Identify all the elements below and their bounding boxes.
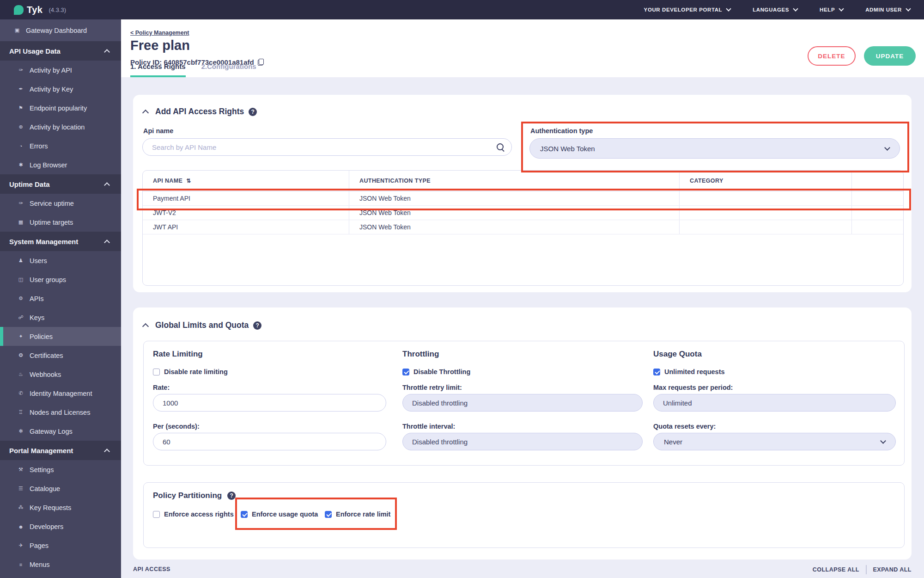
- sidebar-item-identity-management[interactable]: ✆ Identity Management: [0, 384, 121, 403]
- chevron-down-icon: [906, 6, 911, 11]
- sidebar-item-key-requests[interactable]: ⁂ Key Requests: [0, 498, 121, 517]
- table-row-jwt-api[interactable]: JWT API JSON Web Token: [143, 220, 903, 234]
- search-icon[interactable]: [496, 143, 505, 151]
- menu-developer-portal[interactable]: YOUR DEVELOPER PORTAL: [644, 7, 731, 12]
- breadcrumb[interactable]: < Policy Management: [130, 30, 189, 36]
- developers-icon: ☻: [18, 524, 24, 529]
- sidebar-item-log-browser[interactable]: ✱ Log Browser: [0, 155, 121, 174]
- chevron-down-icon: [726, 6, 731, 11]
- per-seconds-input[interactable]: [153, 433, 386, 450]
- throttling-title: Throttling: [402, 350, 439, 359]
- checkbox-checked-icon[interactable]: [402, 369, 409, 375]
- add-api-access-rights-card: Add API Access Rights ? Api name Authent…: [133, 95, 912, 292]
- copy-icon[interactable]: [258, 59, 264, 66]
- help-icon[interactable]: ?: [227, 492, 236, 500]
- usage-quota-title: Usage Quota: [653, 350, 702, 359]
- api-table: API NAME ⇅ AUTHENTICATION TYPE CATEGORY …: [142, 170, 904, 286]
- sidebar-item-service-uptime[interactable]: ✑ Service uptime: [0, 194, 121, 213]
- chevron-down-icon: [880, 438, 886, 444]
- column-api-name[interactable]: API NAME ⇅: [143, 171, 349, 191]
- tab-access-rights[interactable]: 1. Access Rights: [130, 62, 186, 77]
- uptime-icon: ✑: [18, 200, 24, 206]
- page-title: Free plan: [130, 38, 190, 53]
- usage-quota-column: Usage Quota Unlimited requests Max reque…: [653, 341, 896, 465]
- pages-icon: ✈: [18, 542, 24, 548]
- flag-icon: ⚑: [18, 105, 24, 111]
- help-icon[interactable]: ?: [249, 108, 257, 116]
- sidebar-item-policies[interactable]: ✦ Policies: [0, 327, 121, 346]
- enforce-rate-limit-checkbox[interactable]: Enforce rate limit: [325, 510, 390, 518]
- sidebar-item-nodes-and-licenses[interactable]: ♖ Nodes and Licenses: [0, 403, 121, 422]
- unlimited-requests-checkbox[interactable]: Unlimited requests: [653, 368, 725, 375]
- identity-icon: ✆: [18, 390, 24, 396]
- user-group-icon: ◫: [18, 277, 24, 283]
- column-auth-type: AUTHENTICATION TYPE: [349, 171, 680, 191]
- policy-partitioning-box: Policy Partitioning ? Enforce access rig…: [143, 482, 905, 548]
- sidebar-item-errors[interactable]: ◔ Errors: [0, 136, 121, 155]
- sidebar-item-activity-by-location[interactable]: ⊕ Activity by location: [0, 117, 121, 136]
- menu-languages[interactable]: LANGUAGES: [753, 7, 797, 12]
- column-category: CATEGORY: [680, 171, 852, 191]
- targets-icon: ▦: [18, 219, 24, 225]
- tyk-leaf-icon: [14, 5, 24, 15]
- sidebar-section-uptime-data[interactable]: Uptime Data: [0, 174, 121, 194]
- disable-throttling-checkbox[interactable]: Disable Throttling: [402, 368, 470, 375]
- quota-resets-select[interactable]: Never: [653, 433, 896, 450]
- sidebar-item-keys[interactable]: ☍ Keys: [0, 308, 121, 327]
- sidebar-section-api-usage-data[interactable]: API Usage Data: [0, 41, 121, 61]
- rate-limiting-title: Rate Limiting: [153, 350, 203, 359]
- sidebar-section-system-management[interactable]: System Management: [0, 232, 121, 251]
- sidebar-item-users[interactable]: ♟ Users: [0, 251, 121, 270]
- access-rights-section-header[interactable]: Add API Access Rights ?: [143, 107, 257, 117]
- enforce-access-rights-checkbox[interactable]: Enforce access rights: [153, 510, 234, 518]
- sidebar-item-menus[interactable]: ≡ Menus: [0, 555, 121, 574]
- table-row-payment-api[interactable]: Payment API JSON Web Token: [143, 191, 903, 206]
- throttle-interval-label: Throttle interval:: [402, 423, 455, 430]
- tyk-logo[interactable]: Tyk (4.3.3): [14, 5, 66, 15]
- enforce-usage-quota-checkbox[interactable]: Enforce usage quota: [241, 510, 318, 518]
- sidebar-item-catalogue[interactable]: ☰ Catalogue: [0, 479, 121, 498]
- topbar: Tyk (4.3.3) YOUR DEVELOPER PORTAL LANGUA…: [0, 0, 924, 19]
- sidebar-item-gateway-dashboard[interactable]: ▣ Gateway Dashboard: [0, 19, 121, 41]
- sidebar-item-endpoint-popularity[interactable]: ⚑ Endpoint popularity: [0, 98, 121, 117]
- sidebar-item-webhooks[interactable]: ♨ Webhooks: [0, 365, 121, 384]
- max-requests-input: [653, 394, 896, 412]
- rate-input[interactable]: [153, 394, 386, 412]
- help-icon[interactable]: ?: [253, 321, 261, 330]
- activity-api-icon: ✑: [18, 67, 24, 73]
- search-input[interactable]: [142, 138, 512, 156]
- update-button[interactable]: UPDATE: [864, 46, 916, 66]
- chevron-down-icon: [839, 6, 844, 11]
- tab-configurations[interactable]: 2.Configurations: [201, 62, 256, 77]
- checkbox-checked-icon[interactable]: [653, 369, 660, 375]
- sidebar-item-pages[interactable]: ✈ Pages: [0, 536, 121, 555]
- rate-limiting-column: Rate Limiting Disable rate limiting Rate…: [153, 341, 386, 465]
- disable-rate-limiting-checkbox[interactable]: Disable rate limiting: [153, 368, 228, 375]
- sidebar-item-apis[interactable]: ⚙ APIs: [0, 289, 121, 308]
- sidebar-item-developers[interactable]: ☻ Developers: [0, 517, 121, 536]
- sidebar-section-portal-management[interactable]: Portal Management: [0, 441, 121, 460]
- checkbox-unchecked-icon[interactable]: [153, 369, 160, 375]
- checkbox-unchecked-icon[interactable]: [153, 511, 160, 518]
- section-title: Global Limits and Quota: [155, 320, 249, 330]
- sidebar-item-settings[interactable]: ⚒ Settings: [0, 460, 121, 479]
- expand-all-button[interactable]: EXPAND ALL: [873, 566, 912, 573]
- sidebar-item-user-groups[interactable]: ◫ User groups: [0, 270, 121, 289]
- sidebar-item-activity-by-api[interactable]: ✑ Activity by API: [0, 61, 121, 80]
- sidebar-item-certificates[interactable]: ❂ Certificates: [0, 346, 121, 365]
- global-limits-section-header[interactable]: Global Limits and Quota ?: [143, 320, 261, 330]
- table-row-jwt-v2[interactable]: JWT-V2 JSON Web Token: [143, 206, 903, 220]
- throttling-column: Throttling Disable Throttling Throttle r…: [402, 341, 643, 465]
- checkbox-checked-icon[interactable]: [241, 511, 248, 518]
- sidebar-item-gateway-logs[interactable]: ✻ Gateway Logs: [0, 422, 121, 441]
- auth-type-select[interactable]: JSON Web Token: [529, 138, 900, 159]
- keys-icon: ☍: [18, 314, 24, 320]
- sort-icon[interactable]: ⇅: [186, 178, 191, 184]
- menu-help[interactable]: HELP: [820, 7, 843, 12]
- checkbox-checked-icon[interactable]: [325, 511, 332, 518]
- menu-admin-user[interactable]: ADMIN USER: [865, 7, 910, 12]
- sidebar-item-activity-by-key[interactable]: ✒ Activity by Key: [0, 80, 121, 98]
- delete-button[interactable]: DELETE: [808, 46, 856, 66]
- sidebar-item-uptime-targets[interactable]: ▦ Uptime targets: [0, 213, 121, 232]
- collapse-all-button[interactable]: COLLAPSE ALL: [813, 566, 859, 573]
